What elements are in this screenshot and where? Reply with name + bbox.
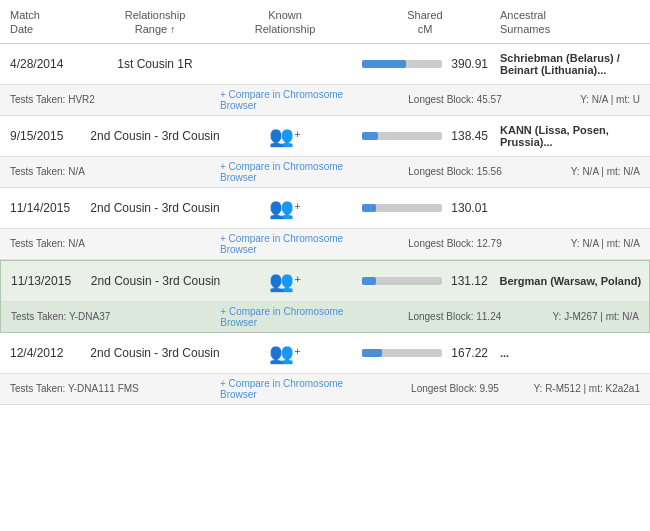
shared-bar-container [362, 277, 442, 285]
rel-range-label: Relationship Range [125, 9, 186, 35]
shared-bar-container [362, 204, 442, 212]
people-icon: 👥 [269, 342, 294, 364]
y-mt-haplogroup-label: Y: N/A | mt: U [530, 94, 650, 105]
add-icon[interactable]: + [294, 273, 300, 285]
match-known-rel: 👥+ [220, 124, 350, 148]
longest-block-label: Longest Block: 15.56 [380, 166, 530, 177]
match-rel-range: 2nd Cousin - 3rd Cousin [90, 129, 220, 143]
match-ancestral-surnames: Bergman (Warsaw, Poland) [499, 275, 649, 287]
header-known-rel: Known Relationship [220, 8, 350, 37]
tests-taken-label: Tests Taken: N/A [0, 238, 220, 249]
compare-chromosome-browser-link[interactable]: + Compare in Chromosome Browser [220, 89, 380, 111]
match-known-rel: 👥+ [220, 341, 350, 365]
match-detail-row: Tests Taken: Y-DNA111 FMS+ Compare in Ch… [0, 373, 650, 404]
match-ancestral-surnames: ... [500, 347, 650, 359]
longest-block-label: Longest Block: 12.79 [380, 238, 530, 249]
match-ancestral-surnames: Schriebman (Belarus) / Beinart (Lithuani… [500, 52, 650, 76]
y-mt-haplogroup-label: Y: N/A | mt: N/A [530, 166, 650, 177]
match-rel-range: 2nd Cousin - 3rd Cousin [91, 274, 221, 288]
shared-bar-container [362, 132, 442, 140]
match-shared-cm: 130.01 [350, 201, 500, 215]
compare-chromosome-browser-link[interactable]: + Compare in Chromosome Browser [220, 306, 379, 328]
people-icon: 👥 [269, 125, 294, 147]
match-shared-cm: 131.12 [350, 274, 500, 288]
tests-taken-label: Tests Taken: Y-DNA37 [1, 311, 220, 322]
match-shared-cm: 138.45 [350, 129, 500, 143]
match-block: 11/14/20152nd Cousin - 3rd Cousin👥+130.0… [0, 188, 650, 260]
compare-chromosome-browser-link[interactable]: + Compare in Chromosome Browser [220, 378, 380, 400]
match-block: 4/28/20141st Cousin 1R390.91Schriebman (… [0, 44, 650, 116]
y-mt-haplogroup-label: Y: N/A | mt: N/A [530, 238, 650, 249]
header-rel-range[interactable]: Relationship Range ↑ [90, 8, 220, 37]
match-main-row: 11/14/20152nd Cousin - 3rd Cousin👥+130.0… [0, 188, 650, 228]
match-shared-cm: 167.22 [350, 346, 500, 360]
tests-taken-label: Tests Taken: HVR2 [0, 94, 220, 105]
compare-chromosome-browser-link[interactable]: + Compare in Chromosome Browser [220, 161, 380, 183]
match-date: 11/13/2015 [1, 274, 91, 288]
match-block: 12/4/20122nd Cousin - 3rd Cousin👥+167.22… [0, 333, 650, 405]
table-header: Match Date Relationship Range ↑ Known Re… [0, 0, 650, 44]
add-icon[interactable]: + [294, 128, 300, 140]
match-detail-row: Tests Taken: HVR2+ Compare in Chromosome… [0, 84, 650, 115]
match-block: 9/15/20152nd Cousin - 3rd Cousin👥+138.45… [0, 116, 650, 188]
shared-cm-value: 390.91 [448, 57, 488, 71]
y-mt-haplogroup-label: Y: J-M267 | mt: N/A [529, 311, 649, 322]
shared-cm-value: 130.01 [448, 201, 488, 215]
match-detail-row: Tests Taken: N/A+ Compare in Chromosome … [0, 228, 650, 259]
y-mt-haplogroup-label: Y: R-M512 | mt: K2a2a1 [530, 383, 650, 394]
match-rel-range: 1st Cousin 1R [90, 57, 220, 71]
match-shared-cm: 390.91 [350, 57, 500, 71]
people-icon: 👥 [269, 197, 294, 219]
header-match-date: Match Date [0, 8, 90, 37]
header-ancestral: Ancestral Surnames [500, 8, 650, 37]
match-date: 9/15/2015 [0, 129, 90, 143]
shared-bar-fill [362, 277, 376, 285]
sort-arrow-icon: ↑ [170, 23, 175, 36]
shared-bar-fill [362, 132, 378, 140]
shared-cm-value: 138.45 [448, 129, 488, 143]
shared-bar-fill [362, 60, 406, 68]
match-main-row: 11/13/20152nd Cousin - 3rd Cousin👥+131.1… [1, 261, 649, 301]
add-icon[interactable]: + [294, 345, 300, 357]
match-date: 4/28/2014 [0, 57, 90, 71]
match-known-rel: 👥+ [220, 196, 350, 220]
shared-bar-container [362, 349, 442, 357]
shared-bar-container [362, 60, 442, 68]
match-date: 12/4/2012 [0, 346, 90, 360]
match-known-rel: 👥+ [220, 269, 350, 293]
shared-cm-value: 167.22 [448, 346, 488, 360]
add-icon[interactable]: + [294, 200, 300, 212]
match-rel-range: 2nd Cousin - 3rd Cousin [90, 201, 220, 215]
shared-bar-fill [362, 349, 382, 357]
matches-table: Match Date Relationship Range ↑ Known Re… [0, 0, 650, 405]
people-icon: 👥 [269, 270, 294, 292]
match-main-row: 4/28/20141st Cousin 1R390.91Schriebman (… [0, 44, 650, 84]
tests-taken-label: Tests Taken: Y-DNA111 FMS [0, 383, 220, 394]
longest-block-label: Longest Block: 11.24 [380, 311, 530, 322]
longest-block-label: Longest Block: 45.57 [380, 94, 530, 105]
header-shared-cm: Shared cM [350, 8, 500, 37]
match-main-row: 12/4/20122nd Cousin - 3rd Cousin👥+167.22… [0, 333, 650, 373]
shared-bar-fill [362, 204, 376, 212]
match-detail-row: Tests Taken: N/A+ Compare in Chromosome … [0, 156, 650, 187]
match-date: 11/14/2015 [0, 201, 90, 215]
match-block: 11/13/20152nd Cousin - 3rd Cousin👥+131.1… [0, 260, 650, 333]
longest-block-label: Longest Block: 9.95 [380, 383, 530, 394]
compare-chromosome-browser-link[interactable]: + Compare in Chromosome Browser [220, 233, 380, 255]
match-detail-row: Tests Taken: Y-DNA37+ Compare in Chromos… [1, 301, 649, 332]
match-rel-range: 2nd Cousin - 3rd Cousin [90, 346, 220, 360]
match-main-row: 9/15/20152nd Cousin - 3rd Cousin👥+138.45… [0, 116, 650, 156]
tests-taken-label: Tests Taken: N/A [0, 166, 220, 177]
matches-list: 4/28/20141st Cousin 1R390.91Schriebman (… [0, 44, 650, 405]
shared-cm-value: 131.12 [448, 274, 488, 288]
match-ancestral-surnames: KANN (Lissa, Posen, Prussia)... [500, 124, 650, 148]
